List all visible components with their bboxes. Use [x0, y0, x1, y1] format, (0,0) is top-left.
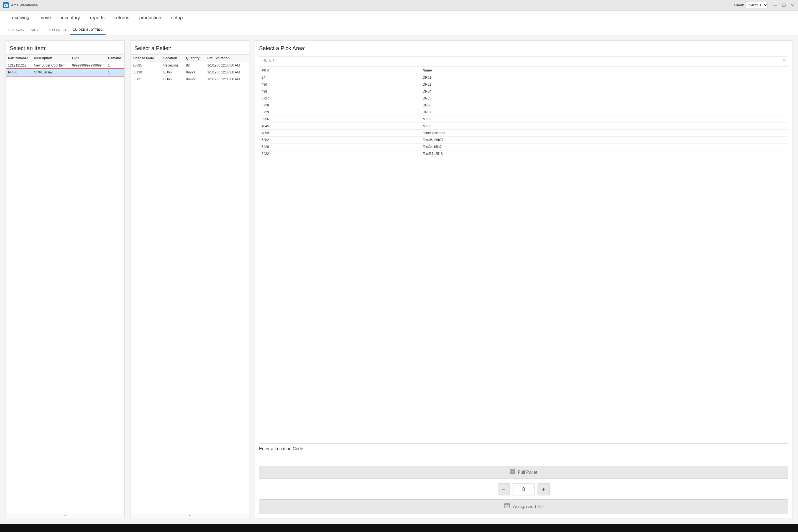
quantity-minus-button[interactable]: −	[498, 483, 510, 495]
list-item[interactable]: 5382 Test06a89b7f	[259, 137, 788, 144]
subnav-replenish[interactable]: REPLENISH	[44, 25, 69, 35]
svg-rect-6	[513, 472, 515, 474]
cell-name: Testf67b2518	[421, 150, 788, 157]
pick-table-body: 24 DR01 480 DR02 498 DR04 3727 DR05 3728…	[259, 74, 788, 157]
list-item[interactable]: 480 DR02	[259, 81, 788, 88]
item-table-wrapper[interactable]: Part Number Description UPC Demand 12121…	[6, 54, 125, 513]
pick-panel-title: Select a Pick Area:	[255, 41, 792, 54]
cell-name: MZ02	[421, 116, 788, 123]
nav-item-setup[interactable]: setup	[166, 11, 188, 25]
cell-name: DR02	[421, 81, 788, 88]
pallet-table-wrapper[interactable]: License Plate Location Quantity Lot Expi…	[131, 54, 249, 513]
cell-part-number: PHI00	[6, 69, 32, 76]
nav-item-reports[interactable]: reports	[85, 11, 110, 25]
nav-item-returns[interactable]: returns	[110, 11, 134, 25]
col-lot-expiration: Lot Expiration	[205, 55, 249, 62]
pallet-table-body: 23685 Receiving 82 1/1/1900 12:00:00 AM …	[131, 62, 249, 83]
cell-pk: 3728	[259, 102, 421, 109]
full-pallet-button[interactable]: Full Pallet	[259, 466, 788, 479]
list-item[interactable]: 4099 some pick area	[259, 130, 788, 137]
close-button[interactable]: ✕	[790, 2, 795, 8]
nav-item-production[interactable]: production	[134, 11, 166, 25]
cell-license-plate: 30131	[131, 76, 161, 83]
list-item[interactable]: 3729 DR07	[259, 109, 788, 116]
cell-pk: 5432	[259, 150, 421, 157]
item-table: Part Number Description UPC Demand 12121…	[6, 54, 125, 76]
svg-rect-3	[510, 469, 513, 472]
subnav-move[interactable]: MOVE	[28, 25, 43, 35]
cell-pk: 3956	[259, 116, 421, 123]
col-pk: PK #	[259, 67, 421, 74]
list-item[interactable]: 498 DR04	[259, 88, 788, 95]
list-item[interactable]: 3956 MZ02	[259, 116, 788, 123]
cell-demand: 1	[106, 69, 125, 76]
list-item[interactable]: 3727 DR05	[259, 95, 788, 102]
filter-clear-icon[interactable]: ✕	[780, 57, 788, 64]
cell-name: DR07	[421, 109, 788, 116]
cell-name: some pick area	[421, 130, 788, 137]
pallet-table: License Plate Location Quantity Lot Expi…	[131, 54, 249, 83]
filter-input[interactable]	[259, 57, 780, 64]
location-label: Enter a Location Code:	[259, 446, 788, 451]
assign-fill-button[interactable]: Assign and Fill	[259, 499, 788, 514]
bottom-bar	[0, 524, 798, 532]
window-controls: — ❐ ✕	[772, 2, 795, 8]
cell-pk: 4099	[259, 130, 421, 137]
col-description: Description	[32, 55, 70, 62]
table-row[interactable]: PHI00 Gritty Jersey 1	[6, 69, 125, 76]
cell-pk: 5428	[259, 144, 421, 150]
location-input[interactable]	[259, 453, 788, 462]
nav-item-receiving[interactable]: receiving	[5, 11, 34, 25]
list-item[interactable]: 5428 Test34cb5a7c	[259, 144, 788, 150]
titlebar-right: Client: Cerritus — ❐ ✕	[734, 2, 795, 8]
minimize-button[interactable]: —	[772, 2, 778, 8]
full-pallet-icon	[510, 469, 516, 476]
subnav: PUT AWAY MOVE REPLENISH GUIDED SLOTTING	[0, 25, 798, 35]
assign-fill-label: Assign and Fill	[513, 504, 544, 510]
client-area: Client: Cerritus	[734, 2, 768, 8]
nav-item-move[interactable]: move	[34, 11, 56, 25]
list-item[interactable]: 24 DR01	[259, 74, 788, 81]
subnav-put-away[interactable]: PUT AWAY	[5, 25, 27, 35]
list-item[interactable]: 5432 Testf67b2518	[259, 150, 788, 157]
col-quantity: Quantity	[184, 55, 205, 62]
cell-pk: 498	[259, 88, 421, 95]
cell-pk: 4045	[259, 123, 421, 130]
pallet-scroll-down[interactable]: ▼	[131, 513, 249, 518]
client-select[interactable]: Cerritus	[746, 2, 768, 8]
svg-rect-5	[510, 472, 513, 474]
quantity-value: 0	[513, 483, 535, 495]
quantity-row: − 0 +	[255, 481, 792, 498]
assign-fill-icon	[504, 503, 510, 510]
cell-lot-expiration: 1/1/1900 12:00:00 AM	[205, 76, 249, 83]
cell-description: New Super Cool Item	[32, 62, 70, 69]
cell-pk: 480	[259, 81, 421, 88]
maximize-button[interactable]: ❐	[781, 2, 787, 8]
table-row[interactable]: 1212121212 New Super Cool Item 999999999…	[6, 62, 125, 69]
navbar: receiving move inventory reports returns…	[0, 11, 798, 25]
table-row[interactable]: 23685 Receiving 82 1/1/1900 12:00:00 AM	[131, 62, 249, 69]
svg-rect-4	[513, 469, 515, 472]
item-panel-title: Select an Item:	[6, 41, 125, 54]
pick-panel: Select a Pick Area: ✕ PK # Name 24 DR01 …	[255, 40, 793, 518]
col-part-number: Part Number	[6, 55, 32, 62]
pick-table-inner[interactable]: PK # Name 24 DR01 480 DR02 498 DR04 3727…	[259, 67, 788, 443]
table-row[interactable]: 30131 BU66 99999 1/1/1900 12:00:00 AM	[131, 76, 249, 83]
cell-upc: 9999999999999999	[70, 62, 106, 69]
cell-quantity: 82	[184, 62, 205, 69]
item-scroll-down[interactable]: ▼	[6, 513, 125, 518]
titlebar: Arca Warehouse Client: Cerritus — ❐ ✕	[0, 0, 798, 11]
cell-name: DR01	[421, 74, 788, 81]
item-table-body: 1212121212 New Super Cool Item 999999999…	[6, 62, 125, 76]
location-section: Enter a Location Code:	[255, 443, 792, 464]
list-item[interactable]: 3728 DR06	[259, 102, 788, 109]
cell-pk: 24	[259, 74, 421, 81]
cell-license-plate: 30130	[131, 69, 161, 76]
subnav-guided-slotting[interactable]: GUIDED SLOTTING	[70, 25, 106, 35]
filter-row: ✕	[259, 57, 788, 64]
cell-location: BU66	[161, 76, 184, 83]
list-item[interactable]: 4045 MZ03	[259, 123, 788, 130]
nav-item-inventory[interactable]: inventory	[56, 11, 85, 25]
quantity-plus-button[interactable]: +	[537, 483, 550, 495]
table-row[interactable]: 30130 BU66 99999 1/1/1900 12:00:00 AM	[131, 69, 249, 76]
